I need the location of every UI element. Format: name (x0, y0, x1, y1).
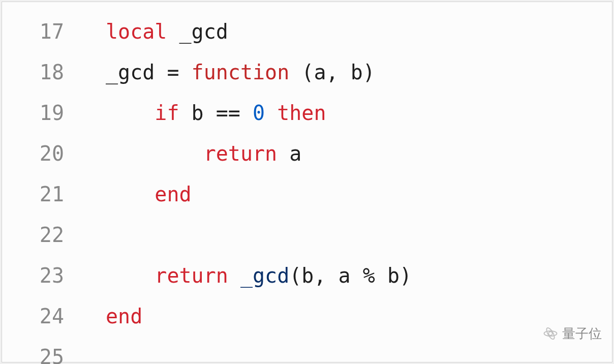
token: b (179, 101, 216, 125)
token: % (363, 264, 375, 287)
token: return (204, 142, 278, 165)
token: (a, b) (289, 60, 375, 84)
line-number: 22 (2, 215, 78, 255)
token (240, 101, 253, 125)
code-line: 23 return _gcd(b, a % b) (2, 255, 612, 296)
token: return (155, 264, 228, 287)
line-number: 23 (2, 255, 78, 296)
svg-point-0 (548, 331, 552, 336)
line-number: 19 (2, 93, 78, 133)
token: a (277, 142, 301, 165)
code-line: 21 end (2, 174, 612, 215)
line-number: 17 (2, 11, 78, 52)
line-content: _gcd = function (a, b) (78, 52, 375, 93)
watermark-text: 量子位 (562, 320, 602, 347)
watermark: 量子位 (543, 320, 602, 347)
code-line: 24end (2, 296, 612, 337)
indent (106, 264, 155, 287)
token: == (216, 101, 240, 125)
code-lines: 17local _gcd18_gcd = function (a, b)19 i… (2, 11, 612, 364)
token: = (167, 60, 179, 84)
token (265, 101, 277, 125)
token: _gcd (106, 60, 167, 84)
line-content: if b == 0 then (78, 93, 326, 133)
token: then (277, 101, 326, 125)
line-content: local _gcd (78, 11, 228, 52)
code-editor: 17local _gcd18_gcd = function (a, b)19 i… (2, 2, 612, 362)
code-line: 19 if b == 0 then (2, 93, 612, 133)
line-content: return _gcd(b, a % b) (78, 255, 412, 296)
token: if (155, 101, 179, 125)
code-line: 25 (2, 337, 612, 364)
token: _gcd (240, 264, 289, 287)
code-line: 18_gcd = function (a, b) (2, 52, 612, 93)
line-number: 20 (2, 133, 78, 174)
token (228, 264, 240, 287)
line-content (78, 215, 106, 255)
code-line: 20 return a (2, 133, 612, 174)
token: end (106, 305, 142, 328)
token: (b, a (289, 264, 363, 287)
line-content: return a (78, 133, 301, 174)
line-number: 21 (2, 174, 78, 215)
line-number: 18 (2, 52, 78, 93)
line-number: 24 (2, 296, 78, 337)
token: b) (375, 264, 412, 287)
code-line: 17local _gcd (2, 11, 612, 52)
line-content: end (78, 174, 192, 215)
token: _gcd (167, 20, 228, 43)
indent (106, 183, 155, 206)
token: end (155, 183, 191, 206)
token: function (192, 60, 290, 84)
line-content: end (78, 296, 142, 337)
qubit-icon (543, 326, 558, 341)
token: local (106, 20, 167, 43)
svg-point-2 (545, 327, 556, 341)
line-content (78, 337, 106, 364)
token (179, 60, 192, 84)
line-number: 25 (2, 337, 78, 364)
indent (106, 142, 204, 165)
code-line: 22 (2, 215, 612, 255)
indent (106, 101, 155, 125)
token: 0 (253, 101, 265, 125)
